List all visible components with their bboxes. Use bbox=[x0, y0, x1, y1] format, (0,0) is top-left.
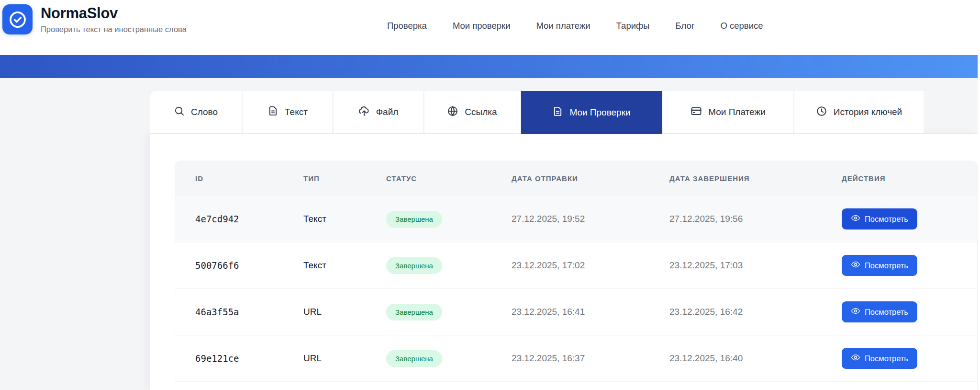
main-area: Слово Текст Файл bbox=[0, 78, 980, 390]
tab-bar-filler bbox=[925, 91, 978, 133]
search-icon bbox=[174, 105, 185, 119]
check-type: URL bbox=[303, 307, 386, 317]
finished-date: 23.12.2025, 16:40 bbox=[669, 353, 842, 364]
nav-item-my-payments[interactable]: Мои платежи bbox=[536, 21, 590, 31]
page-right-edge bbox=[978, 0, 980, 390]
site-header: NormaSlov Проверить текст на иностранные… bbox=[0, 0, 980, 55]
eye-icon bbox=[851, 260, 860, 271]
tab-link[interactable]: Ссылка bbox=[424, 91, 520, 133]
file-text-icon bbox=[552, 106, 563, 119]
tab-key-history-label: История ключей bbox=[834, 107, 902, 117]
finished-date: 23.12.2025, 16:42 bbox=[669, 307, 842, 317]
brand-title: NormaSlov bbox=[41, 5, 187, 22]
tab-my-checks-label: Мои Проверки bbox=[569, 107, 630, 118]
credit-card-icon bbox=[690, 105, 702, 119]
status-badge: Завершена bbox=[386, 350, 442, 367]
sent-date: 23.12.2025, 17:02 bbox=[512, 260, 669, 271]
nav-item-tariffs[interactable]: Тарифы bbox=[616, 21, 650, 31]
view-button[interactable]: Посмотреть bbox=[842, 348, 917, 369]
tab-my-payments[interactable]: Мои Платежи bbox=[663, 91, 793, 133]
banner-strip bbox=[0, 55, 978, 78]
tab-word-label: Слово bbox=[191, 107, 218, 117]
tab-my-checks[interactable]: Мои Проверки bbox=[521, 91, 662, 134]
col-header-type: ТИП bbox=[303, 174, 386, 183]
check-id: 46a3f55a bbox=[195, 307, 303, 317]
view-button[interactable]: Посмотреть bbox=[842, 301, 917, 322]
table-row: 4e7cd942 Текст Завершена 27.12.2025, 19:… bbox=[175, 196, 977, 242]
check-id: 69e121ce bbox=[195, 353, 303, 364]
finished-date: 27.12.2025, 19:56 bbox=[669, 214, 842, 224]
tab-bar: Слово Текст Файл bbox=[150, 91, 978, 133]
col-header-actions: ДЕЙСТВИЯ bbox=[842, 174, 977, 183]
globe-icon bbox=[447, 105, 458, 119]
col-header-id: ID bbox=[195, 174, 303, 183]
status-badge: Завершена bbox=[386, 304, 442, 321]
nav-item-check[interactable]: Проверка bbox=[387, 21, 427, 31]
eye-icon bbox=[851, 353, 860, 364]
eye-icon bbox=[851, 213, 860, 225]
view-button-label: Посмотреть bbox=[865, 215, 908, 224]
table-row: 500766f6 Текст Завершена 23.12.2025, 17:… bbox=[175, 242, 977, 289]
table-row: 69e121ce URL Завершена 23.12.2025, 16:37… bbox=[175, 335, 977, 382]
tab-file[interactable]: Файл bbox=[334, 91, 423, 133]
col-header-finished: ДАТА ЗАВЕРШЕНИЯ bbox=[669, 174, 842, 183]
col-header-status: СТАТУС bbox=[386, 174, 512, 183]
eye-icon bbox=[851, 306, 860, 318]
nav-item-blog[interactable]: Блог bbox=[676, 21, 695, 31]
check-type: URL bbox=[303, 353, 386, 364]
nav-item-my-checks[interactable]: Мои проверки bbox=[453, 21, 511, 31]
tab-key-history[interactable]: История ключей bbox=[794, 91, 924, 133]
clock-icon bbox=[816, 105, 827, 119]
nav-item-about[interactable]: О сервисе bbox=[721, 21, 763, 31]
sent-date: 23.12.2025, 16:41 bbox=[512, 307, 669, 317]
table-header-row: ID ТИП СТАТУС ДАТА ОТПРАВКИ ДАТА ЗАВЕРШЕ… bbox=[175, 161, 977, 196]
check-id: 4e7cd942 bbox=[195, 214, 303, 224]
brand-check-icon bbox=[2, 4, 33, 34]
table-row: 46a3f55a URL Завершена 23.12.2025, 16:41… bbox=[175, 289, 977, 335]
sent-date: 23.12.2025, 16:37 bbox=[512, 353, 669, 364]
check-id: 500766f6 bbox=[195, 260, 303, 271]
tab-text[interactable]: Текст bbox=[243, 91, 332, 133]
file-text-icon bbox=[267, 105, 278, 119]
check-type: Текст bbox=[303, 214, 386, 224]
col-header-sent: ДАТА ОТПРАВКИ bbox=[512, 174, 669, 183]
view-button-label: Посмотреть bbox=[865, 354, 908, 363]
brand-logo-block[interactable]: NormaSlov Проверить текст на иностранные… bbox=[2, 4, 187, 34]
finished-date: 23.12.2025, 17:03 bbox=[669, 260, 842, 271]
tab-text-label: Текст bbox=[285, 107, 308, 117]
tab-word[interactable]: Слово bbox=[150, 91, 242, 133]
status-badge: Завершена bbox=[386, 211, 442, 228]
tab-my-payments-label: Мои Платежи bbox=[708, 107, 766, 117]
content-card: ID ТИП СТАТУС ДАТА ОТПРАВКИ ДАТА ЗАВЕРШЕ… bbox=[150, 133, 978, 390]
view-button[interactable]: Посмотреть bbox=[842, 255, 917, 276]
status-badge: Завершена bbox=[386, 257, 442, 274]
brand-subtitle: Проверить текст на иностранные слова bbox=[41, 25, 187, 34]
tab-link-label: Ссылка bbox=[465, 107, 497, 117]
main-nav: Проверка Мои проверки Мои платежи Тарифы… bbox=[387, 0, 763, 52]
check-type: Текст bbox=[303, 260, 386, 271]
view-button-label: Посмотреть bbox=[865, 308, 908, 317]
tab-file-label: Файл bbox=[376, 107, 399, 117]
sent-date: 27.12.2025, 19:52 bbox=[512, 214, 669, 224]
table-row-partial bbox=[175, 382, 977, 390]
view-button[interactable]: Посмотреть bbox=[842, 208, 917, 229]
view-button-label: Посмотреть bbox=[865, 261, 908, 270]
checks-table: ID ТИП СТАТУС ДАТА ОТПРАВКИ ДАТА ЗАВЕРШЕ… bbox=[175, 161, 978, 390]
upload-cloud-icon bbox=[358, 105, 370, 119]
